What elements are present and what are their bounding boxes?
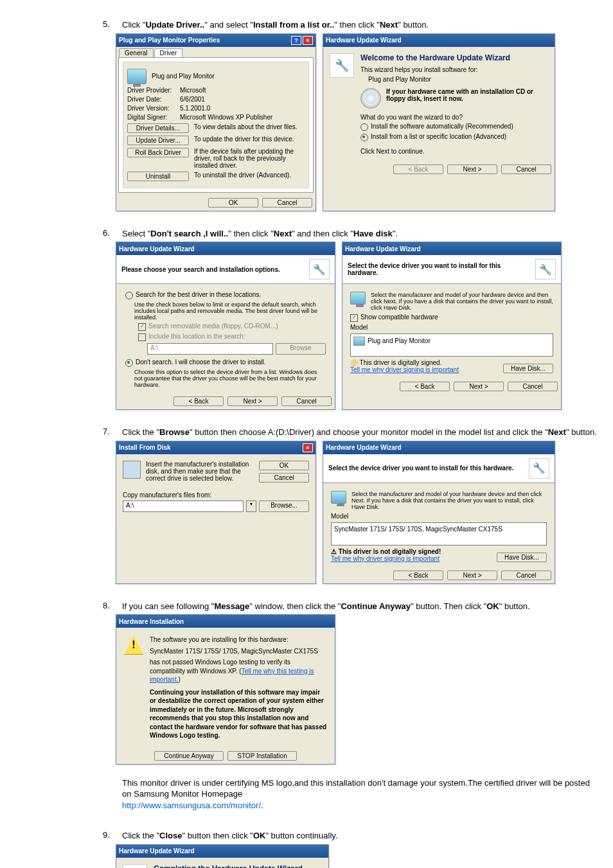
warning-icon: ! <box>124 635 143 655</box>
radio-dont-search[interactable] <box>125 359 133 367</box>
next-button[interactable]: Next > <box>447 164 497 174</box>
wizard-icon: 🔧 <box>535 259 556 279</box>
wizard-question: What do you want the wizard to do? <box>360 114 548 121</box>
step8-note: This monitor driver is under certifying … <box>122 777 600 811</box>
cancel-button[interactable]: Cancel <box>501 164 551 174</box>
chk-removable <box>138 323 146 331</box>
cd-icon <box>360 88 381 109</box>
radio-list[interactable] <box>360 134 368 141</box>
path-input[interactable]: A:\ <box>123 500 244 512</box>
step-number: 9. <box>13 830 122 868</box>
ok-button[interactable]: OK <box>208 198 258 208</box>
tab-driver[interactable]: Driver <box>154 48 183 57</box>
wizard-hero-icon: 🔧 <box>330 53 354 78</box>
back-button[interactable]: < Back <box>400 382 450 391</box>
provider-value: Microsoft <box>180 87 206 94</box>
notsigned-text: ⚠ This driver is not digitally signed! <box>331 548 441 555</box>
date-value: 6/6/2001 <box>180 96 205 103</box>
tab-general[interactable]: General <box>119 48 154 57</box>
wizard-icon: 🔧 <box>529 458 549 479</box>
chk-show-compatible-label: Show compatible hardware <box>360 314 438 321</box>
model-item[interactable]: Plug and Play Monitor <box>368 337 431 344</box>
have-disk-button[interactable]: Have Disk... <box>497 553 547 562</box>
radio-dont-search-label: Don't search. I will choose the driver t… <box>136 359 266 366</box>
signing-link[interactable]: Tell me why driver signing is important <box>331 555 441 562</box>
dialog-title-bar: Plug and Play Monitor Properties ? × <box>116 34 315 47</box>
radio-auto[interactable] <box>360 123 368 131</box>
monitor-properties-dialog: Plug and Play Monitor Properties ? × Gen… <box>116 33 316 211</box>
next-button[interactable]: Next > <box>227 396 278 406</box>
version-label: Driver Version: <box>127 105 180 112</box>
wizard-select-driver-dialog: Hardware Update Wizard Select the device… <box>342 242 562 410</box>
select-driver-desc: Select the manufacturer and model of you… <box>371 292 553 311</box>
wizard-icon: 🔧 <box>309 259 330 279</box>
monitor-icon <box>127 69 147 84</box>
rollback-button[interactable]: Roll Back Driver <box>127 148 189 157</box>
radio-search-best[interactable] <box>125 292 133 299</box>
step6-instruction: Select "Don't search ,I will.." then cli… <box>122 228 600 240</box>
dialog-title: Hardware Update Wizard <box>345 245 421 252</box>
uninstall-button[interactable]: Uninstall <box>127 172 189 181</box>
cancel-button[interactable]: Cancel <box>259 473 309 483</box>
cancel-button[interactable]: Cancel <box>262 198 312 208</box>
model-item[interactable]: SyncMaster 171S/ 175S/ 170S, MagicSyncMa… <box>334 526 502 533</box>
step-number: 8. <box>13 601 122 814</box>
next-button[interactable]: Next > <box>447 571 497 580</box>
step-number: 6. <box>13 228 122 411</box>
back-button[interactable]: < Back <box>393 571 443 580</box>
help-icon[interactable]: ? <box>291 36 301 45</box>
wizard-header: Please choose your search and installati… <box>121 266 303 273</box>
ok-button[interactable]: OK <box>259 461 309 470</box>
monitor-icon <box>350 292 366 305</box>
update-driver-button[interactable]: Update Driver... <box>127 136 189 145</box>
copy-from-label: Copy manufacturer's files from: <box>123 492 309 499</box>
cancel-button[interactable]: Cancel <box>501 571 551 580</box>
continue-anyway-button[interactable]: Continue Anyway <box>154 751 224 761</box>
wizard-continue: Click Next to continue. <box>360 148 548 155</box>
back-button[interactable]: < Back <box>173 396 224 406</box>
close-icon[interactable]: × <box>303 36 313 45</box>
install-from-disk-dialog: Install From Disk× Insert the manufactur… <box>116 441 316 584</box>
wizard-header: Select the device driver you want to ins… <box>328 465 522 472</box>
radio-search-best-desc: Use the check boxes below to limit or ex… <box>134 301 326 321</box>
update-driver-desc: To update the driver for this device. <box>194 136 305 143</box>
browse-button[interactable]: Browse... <box>259 500 309 512</box>
step5-instruction: Click "Update Driver.." and select "Inst… <box>122 19 600 31</box>
disk-icon <box>123 461 141 479</box>
chk-include-loc-label: Include this location in the search: <box>148 333 245 340</box>
step8-instruction: If you can see following "Message" windo… <box>122 601 600 612</box>
signed-text: 📀 This driver is digitally signed. <box>350 359 459 366</box>
dropdown-icon[interactable]: ▾ <box>246 500 256 512</box>
signing-link[interactable]: Tell me why driver signing is important <box>350 366 459 373</box>
model-label: Model <box>331 513 547 520</box>
wizard-heading: Welcome to the Hardware Update Wizard <box>360 53 548 62</box>
chk-show-compatible[interactable] <box>350 314 358 322</box>
uninstall-desc: To uninstall the driver (Advanced). <box>194 172 305 179</box>
chk-removable-label: Search removable media (floppy, CD-ROM..… <box>148 323 278 330</box>
driver-details-button[interactable]: Driver Details... <box>127 123 189 133</box>
step-number: 7. <box>13 427 122 584</box>
step9-instruction: Click the "Close" button then click "OK"… <box>122 830 600 842</box>
dialog-title: Hardware Update Wizard <box>119 245 195 252</box>
close-icon[interactable]: × <box>303 443 313 452</box>
cancel-button[interactable]: Cancel <box>508 382 558 391</box>
hw-l4: Continuing your installation of this sof… <box>150 688 327 740</box>
model-list[interactable]: Plug and Play Monitor <box>350 333 553 357</box>
chk-include-loc <box>138 333 146 341</box>
model-list[interactable]: SyncMaster 171S/ 175S/ 170S, MagicSyncMa… <box>331 522 547 545</box>
back-button: < Back <box>393 164 443 174</box>
wizard-search-options-dialog: Hardware Update Wizard Please choose you… <box>116 242 335 410</box>
have-disk-button[interactable]: Have Disk... <box>503 364 553 373</box>
monitor-icon <box>353 337 365 346</box>
wizard-select-driver2-dialog: Hardware Update Wizard Select the device… <box>323 441 555 584</box>
samsung-link[interactable]: http://www.samsungusa.com/monitor/ <box>122 801 261 810</box>
next-button[interactable]: Next > <box>454 382 504 391</box>
model-label: Model <box>350 324 553 331</box>
signer-value: Microsoft Windows XP Publisher <box>180 114 272 121</box>
dialog-title: Hardware Update Wizard <box>326 444 402 451</box>
cancel-button[interactable]: Cancel <box>281 396 332 406</box>
location-input: A:\ <box>147 343 273 355</box>
wizard-complete-dialog: Hardware Update Wizard 🔧 Completing the … <box>116 844 329 868</box>
stop-installation-button[interactable]: STOP Installation <box>227 751 297 761</box>
monitor-icon <box>331 491 346 504</box>
